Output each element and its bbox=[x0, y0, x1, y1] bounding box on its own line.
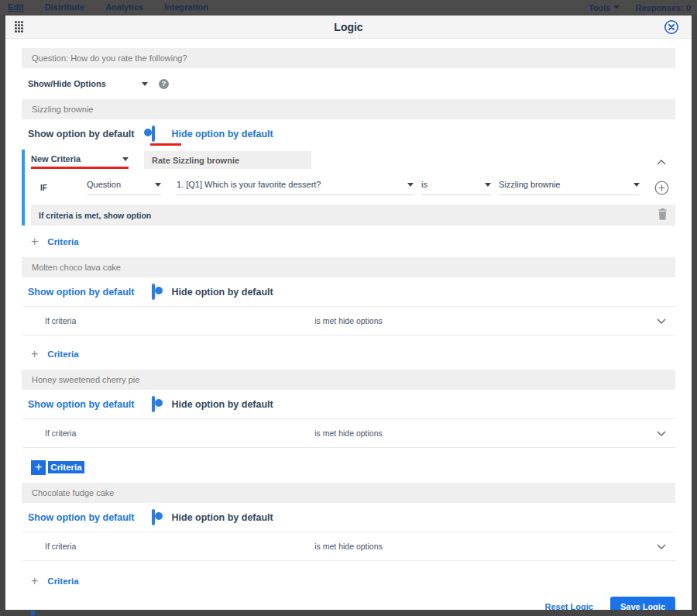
criteria-title-input[interactable]: Rate Sizzling brownie bbox=[144, 151, 311, 169]
collapsed-criteria-row: If criteria is met hide options bbox=[22, 532, 675, 561]
criteria-name-value: New Criteria bbox=[31, 154, 81, 163]
logic-modal: Logic Question: How do you rate the foll… bbox=[5, 15, 692, 610]
toggle-knob bbox=[155, 287, 163, 294]
plus-icon: + bbox=[31, 575, 38, 587]
chevron-down-icon bbox=[613, 5, 620, 9]
condition-question-dropdown[interactable]: 1. [Q1] Which is your favorite dessert? bbox=[177, 180, 414, 195]
criteria-result-bar: If criteria is met, show option bbox=[31, 205, 675, 225]
tools-menu[interactable]: Tools bbox=[589, 3, 620, 12]
tools-label: Tools bbox=[589, 3, 611, 12]
tab-edit[interactable]: Edit bbox=[8, 1, 24, 14]
save-logic-button[interactable]: Save Logic bbox=[610, 597, 675, 610]
show-option-label[interactable]: Show option by default bbox=[28, 399, 135, 410]
close-icon[interactable] bbox=[664, 19, 679, 35]
chevron-down-icon[interactable] bbox=[657, 316, 666, 325]
show-hide-toggle[interactable] bbox=[152, 396, 155, 412]
condition-operator-value: is bbox=[421, 180, 427, 189]
if-label: IF bbox=[40, 184, 64, 192]
show-hide-toggle[interactable] bbox=[152, 509, 155, 525]
show-option-label[interactable]: Show option by default bbox=[28, 287, 135, 298]
annotation-underline bbox=[31, 167, 129, 169]
plus-icon: + bbox=[31, 236, 38, 248]
condition-question-value: 1. [Q1] Which is your favorite dessert? bbox=[177, 180, 321, 189]
modal-footer: Reset Logic Save Logic bbox=[22, 597, 675, 610]
tab-integration[interactable]: Integration bbox=[164, 1, 208, 14]
tab-analytics[interactable]: Analytics bbox=[105, 1, 143, 14]
chevron-down-icon[interactable] bbox=[657, 428, 666, 438]
hide-option-label[interactable]: Hide option by default bbox=[172, 129, 273, 139]
collapsed-criteria-mid: is met hide options bbox=[22, 428, 675, 438]
show-hide-toggle[interactable] bbox=[152, 284, 155, 300]
chevron-down-icon[interactable] bbox=[657, 542, 666, 551]
option-bar: Honey sweetened cherry pie bbox=[22, 370, 675, 390]
toggle-knob bbox=[155, 512, 163, 520]
trash-icon[interactable] bbox=[658, 208, 668, 222]
add-criteria-button[interactable]: + Criteria bbox=[31, 573, 675, 589]
criteria-panel: New Criteria Rate Sizzling brownie IF Qu… bbox=[22, 150, 675, 225]
condition-type-value: Question bbox=[87, 180, 121, 189]
add-criteria-button[interactable]: + Criteria bbox=[31, 346, 675, 362]
show-hide-toggle[interactable] bbox=[152, 126, 155, 142]
chevron-up-icon[interactable] bbox=[657, 151, 666, 168]
chevron-down-icon bbox=[407, 183, 414, 187]
hide-option-label[interactable]: Hide option by default bbox=[172, 512, 273, 523]
chevron-down-icon bbox=[485, 183, 491, 187]
add-criteria-label: Criteria bbox=[48, 461, 84, 473]
show-option-label[interactable]: Show option by default bbox=[28, 512, 135, 523]
tab-distribute[interactable]: Distribute bbox=[45, 1, 84, 14]
criteria-result-label: If criteria is met, show option bbox=[39, 211, 151, 220]
collapsed-criteria-row: If criteria is met hide options bbox=[22, 306, 675, 336]
criteria-name-dropdown[interactable]: New Criteria bbox=[31, 151, 129, 163]
collapsed-criteria-mid: is met hide options bbox=[22, 316, 675, 325]
chevron-down-icon bbox=[122, 157, 129, 161]
option-bar: Sizzling brownie bbox=[22, 99, 675, 119]
chevron-down-icon bbox=[155, 183, 161, 187]
modal-title: Logic bbox=[5, 21, 692, 33]
background-artifact bbox=[31, 611, 35, 615]
toggle-knob bbox=[155, 399, 163, 407]
toggle-knob bbox=[144, 129, 152, 136]
question-bar: Question: How do you rate the following? bbox=[22, 48, 675, 68]
condition-value-dropdown[interactable]: Sizzling brownie bbox=[499, 180, 640, 195]
hide-option-label[interactable]: Hide option by default bbox=[172, 287, 273, 298]
add-criteria-label: Criteria bbox=[47, 237, 78, 246]
option-bar: Molten choco lava cake bbox=[22, 257, 675, 277]
chevron-down-icon bbox=[633, 183, 640, 187]
reset-logic-button[interactable]: Reset Logic bbox=[545, 602, 593, 610]
logic-type-dropdown[interactable]: Show/Hide Options bbox=[28, 79, 148, 88]
condition-operator-dropdown[interactable]: is bbox=[421, 180, 491, 195]
condition-value-value: Sizzling brownie bbox=[499, 180, 560, 189]
plus-circle-icon[interactable] bbox=[654, 181, 669, 195]
add-criteria-button-highlighted[interactable]: + Criteria bbox=[31, 459, 675, 475]
help-icon[interactable]: ? bbox=[159, 79, 169, 89]
logic-type-value: Show/Hide Options bbox=[28, 79, 106, 88]
option-bar: Chocolate fudge cake bbox=[22, 483, 675, 503]
collapsed-criteria-row: If criteria is met hide options bbox=[22, 418, 675, 448]
collapsed-criteria-mid: is met hide options bbox=[22, 542, 675, 551]
condition-type-dropdown[interactable]: Question bbox=[87, 180, 161, 195]
top-navigation-bar: Edit Distribute Analytics Integration To… bbox=[0, 0, 697, 15]
chevron-down-icon bbox=[142, 82, 148, 86]
add-criteria-label: Criteria bbox=[47, 349, 78, 359]
hide-option-label[interactable]: Hide option by default bbox=[172, 399, 273, 410]
add-criteria-label: Criteria bbox=[47, 576, 78, 586]
responses-count[interactable]: Responses: 0 bbox=[635, 3, 691, 12]
annotation-underline bbox=[150, 143, 181, 146]
add-criteria-button[interactable]: + Criteria bbox=[31, 234, 675, 249]
show-option-label[interactable]: Show option by default bbox=[28, 129, 135, 139]
modal-header: Logic bbox=[5, 15, 692, 39]
plus-icon: + bbox=[31, 348, 38, 360]
plus-icon: + bbox=[31, 460, 46, 475]
